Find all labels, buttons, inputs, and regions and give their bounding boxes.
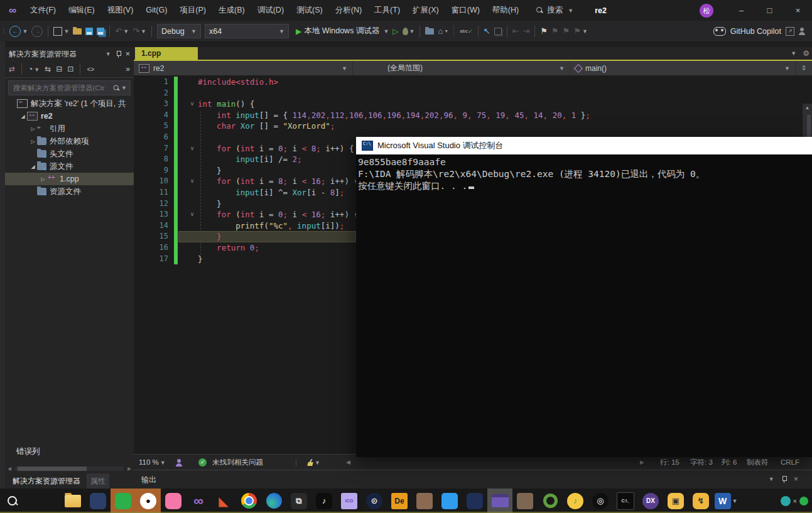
pending-changes-filter-icon[interactable]: ◔▼ bbox=[28, 65, 40, 73]
fold-chevron-icon[interactable]: ∨ bbox=[188, 99, 197, 110]
tray-teal-app-icon[interactable] bbox=[781, 496, 791, 506]
tree-expand-icon[interactable]: ◢ bbox=[29, 164, 37, 170]
taskbar-app-cat-2[interactable] bbox=[462, 489, 487, 513]
tab-properties[interactable]: 属性 bbox=[87, 473, 109, 489]
taskbar-portrait-app-2[interactable] bbox=[512, 489, 538, 513]
save-all-button[interactable] bbox=[97, 28, 104, 35]
taskbar-ico-file[interactable]: ICO bbox=[337, 489, 362, 513]
taskbar-vs-debug-console[interactable] bbox=[487, 489, 512, 513]
start-debugging-button[interactable]: ▶ 本地 Windows 调试器 ▼ bbox=[296, 26, 389, 36]
undo-button[interactable]: ↶▼ bbox=[115, 26, 129, 36]
open-file-button[interactable] bbox=[73, 28, 82, 35]
tree-item-references[interactable]: ▷引用 bbox=[5, 122, 134, 135]
taskbar-jadx[interactable]: DX bbox=[638, 489, 663, 513]
tray-wechat-icon[interactable] bbox=[799, 497, 808, 505]
menu-item-10[interactable]: 扩展(X) bbox=[406, 0, 445, 21]
taskbar-window-stack[interactable]: ⧉ bbox=[286, 489, 311, 513]
tree-expand-icon[interactable]: ▷ bbox=[39, 176, 47, 182]
solution-explorer-search-input[interactable] bbox=[12, 84, 113, 92]
menu-item-11[interactable]: 窗口(W) bbox=[445, 0, 486, 21]
nav-scope-dropdown[interactable]: (全局范围) ▼ bbox=[353, 61, 570, 75]
redo-button[interactable]: ↷▼ bbox=[133, 26, 146, 36]
scrollbar-thumb[interactable] bbox=[18, 467, 87, 471]
hscroll-left-icon[interactable]: ◀ bbox=[346, 455, 350, 470]
scroll-right-icon[interactable]: ▶ bbox=[125, 466, 134, 472]
solution-home-button[interactable]: ⌂▼ bbox=[438, 26, 448, 36]
taskbar-app-cat-1[interactable] bbox=[85, 489, 111, 513]
menu-item-5[interactable]: 生成(B) bbox=[212, 0, 251, 21]
tree-item-file-1cpp[interactable]: ▷1.cpp bbox=[5, 173, 134, 185]
taskbar-tiktok[interactable]: ♪ bbox=[311, 489, 337, 513]
new-project-button[interactable]: ▼ bbox=[53, 27, 69, 36]
bookmark-window-button[interactable]: ⚑▼ bbox=[573, 26, 588, 36]
solution-platform-dropdown[interactable]: x64▼ bbox=[205, 24, 289, 38]
taskbar-qq-music[interactable]: ♪ bbox=[563, 489, 588, 513]
code-line[interactable]: 5 char Xor [] = "XorrLord"; bbox=[134, 121, 812, 132]
tab-error-list[interactable]: 错误列 bbox=[16, 446, 40, 457]
scroll-up-icon[interactable]: ▲ bbox=[803, 105, 812, 111]
solution-explorer-search[interactable]: ▼ bbox=[8, 80, 131, 95]
solution-explorer-hscrollbar[interactable]: ◀ ▶ bbox=[5, 465, 134, 472]
nav-symbol-dropdown[interactable]: main() ▼ bbox=[570, 61, 796, 75]
fold-chevron-icon[interactable]: ∨ bbox=[188, 143, 197, 154]
tree-item-header-files[interactable]: 头文件 bbox=[5, 148, 134, 160]
previous-bookmark-button[interactable]: ⚑ bbox=[551, 26, 559, 36]
live-share-button[interactable] bbox=[798, 28, 806, 35]
sync-with-active-document-icon[interactable]: ⇆ bbox=[45, 65, 51, 73]
maximize-button[interactable]: □ bbox=[755, 0, 784, 21]
tree-expand-icon[interactable]: ▷ bbox=[29, 126, 37, 132]
taskbar-obs[interactable]: ◎ bbox=[588, 489, 613, 513]
nav-project-dropdown[interactable]: re2 ▼ bbox=[134, 61, 353, 75]
tree-expand-icon[interactable]: ▷ bbox=[29, 139, 37, 144]
panel-menu-chevron-icon[interactable]: ▼ bbox=[769, 476, 774, 482]
taskbar-yellow-app-2[interactable]: ↯ bbox=[688, 489, 713, 513]
debug-console-window[interactable]: Microsoft Visual Studio 调试控制台 9e855bae8f… bbox=[356, 137, 812, 455]
console-title-bar[interactable]: Microsoft Visual Studio 调试控制台 bbox=[356, 137, 812, 154]
gear-icon[interactable]: ⚙ bbox=[803, 49, 809, 58]
increase-indent-button[interactable]: ⇥ bbox=[523, 26, 530, 36]
scroll-left-icon[interactable]: ◀ bbox=[5, 466, 14, 472]
panel-menu-chevron-icon[interactable]: ▼ bbox=[106, 51, 111, 57]
minimize-button[interactable]: – bbox=[727, 0, 755, 21]
taskbar-matlab[interactable]: ◣ bbox=[211, 489, 236, 513]
taskbar-bilibili[interactable] bbox=[161, 489, 186, 513]
menu-item-0[interactable]: 文件(F) bbox=[24, 0, 62, 21]
taskbar-cmd-console[interactable]: C:\_ bbox=[613, 489, 638, 513]
menu-item-6[interactable]: 调试(D) bbox=[251, 0, 290, 21]
menu-item-1[interactable]: 编辑(E) bbox=[62, 0, 101, 21]
navigate-forward-button[interactable]: → bbox=[31, 26, 43, 37]
code-line[interactable]: 1#include<stdio.h> bbox=[134, 77, 812, 88]
taskbar-word[interactable]: W▼ bbox=[713, 489, 739, 513]
taskbar-visual-studio[interactable]: ∞ bbox=[186, 489, 211, 513]
share-button[interactable]: ↗ bbox=[786, 27, 794, 36]
taskbar-file-explorer[interactable] bbox=[60, 489, 85, 513]
toolbar-drag-handle[interactable]: ⁞ bbox=[3, 27, 4, 36]
collapse-all-icon[interactable]: ⊟ bbox=[56, 65, 62, 73]
taskbar-yellow-app-1[interactable]: ▣ bbox=[663, 489, 688, 513]
code-line[interactable]: 2 bbox=[134, 88, 812, 99]
navigate-back-button[interactable]: ←▼ bbox=[9, 26, 28, 37]
code-line[interactable]: 3∨int main() { bbox=[134, 99, 812, 110]
switch-views-icon[interactable]: ⇄ bbox=[9, 65, 15, 73]
menu-item-8[interactable]: 分析(N) bbox=[329, 0, 368, 21]
menu-item-7[interactable]: 测试(S) bbox=[290, 0, 329, 21]
clone-code-button[interactable] bbox=[494, 28, 502, 35]
github-copilot-button[interactable]: GitHub Copilot bbox=[713, 27, 781, 36]
taskbar-detect-it-easy[interactable]: De bbox=[387, 489, 412, 513]
word-recent-caret-icon[interactable]: ▼ bbox=[732, 498, 738, 504]
panel-close-icon[interactable]: × bbox=[126, 50, 130, 58]
preview-code-icon[interactable]: <> bbox=[87, 66, 94, 73]
tree-item-resource-files[interactable]: 资源文件 bbox=[5, 185, 134, 198]
console-output[interactable]: 9e855bae8f9aaafe F:\IDA 解码脚本\re2\x64\Deb… bbox=[356, 154, 812, 457]
document-list-chevron-icon[interactable]: ▼ bbox=[791, 50, 796, 57]
live-share-icon[interactable] bbox=[175, 455, 183, 470]
panel-close-icon[interactable]: × bbox=[794, 475, 798, 483]
selection-mode-button[interactable]: ↖ bbox=[484, 26, 490, 36]
code-line[interactable]: 4 int input[] = { 114,202,112,106,106,19… bbox=[134, 110, 812, 121]
pin-icon[interactable] bbox=[782, 476, 786, 483]
decrease-indent-button[interactable]: ⇤ bbox=[512, 26, 519, 36]
account-avatar[interactable]: 松 bbox=[700, 4, 713, 18]
tab-solution-explorer[interactable]: 解决方案资源管理器 bbox=[9, 473, 84, 489]
split-editor-icon[interactable]: ⇕ bbox=[799, 64, 808, 72]
health-indicator[interactable]: ✓ 未找到相关问题 bbox=[198, 455, 263, 470]
